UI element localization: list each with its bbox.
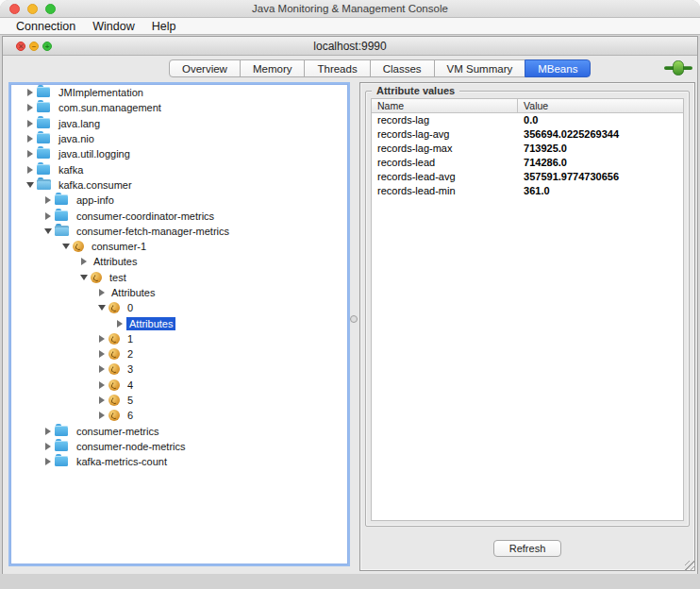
- tree-item-2[interactable]: 2: [11, 346, 347, 362]
- table-row[interactable]: records-lead-avg357591.9774730656: [372, 170, 683, 184]
- folder-icon: [55, 426, 70, 437]
- tree-item-kafka[interactable]: kafka: [11, 161, 347, 177]
- menu-help[interactable]: Help: [143, 20, 185, 33]
- tree-item-label: com.sun.management: [56, 101, 164, 114]
- tree-item-java-lang[interactable]: java.lang: [11, 116, 347, 131]
- chevron-down-icon[interactable]: [58, 244, 73, 249]
- cell-name: records-lead-min: [372, 184, 518, 198]
- resize-grip[interactable]: [685, 561, 695, 571]
- chevron-right-icon[interactable]: [41, 443, 55, 450]
- chevron-right-icon[interactable]: [94, 396, 108, 404]
- tree-item-label: 3: [125, 362, 136, 376]
- tree-item-app-info[interactable]: app-info: [11, 193, 347, 208]
- tree-item-label: 6: [125, 409, 136, 422]
- tree-item-label: app-info: [74, 194, 117, 207]
- chevron-right-icon[interactable]: [94, 350, 108, 358]
- tree-item-consumer-node-metrics[interactable]: consumer-node-metrics: [11, 439, 347, 454]
- column-header-name[interactable]: Name: [372, 99, 518, 112]
- refresh-button[interactable]: Refresh: [493, 540, 561, 557]
- tab-threads[interactable]: Threads: [304, 59, 370, 77]
- menu-window[interactable]: Window: [84, 20, 142, 33]
- tree-item-3[interactable]: 3: [11, 362, 347, 377]
- mbean-tree: JMImplementationcom.sun.managementjava.l…: [10, 84, 348, 564]
- chevron-right-icon[interactable]: [41, 212, 55, 220]
- chevron-right-icon[interactable]: [23, 135, 37, 143]
- tree-item-attributes[interactable]: Attributes: [11, 285, 347, 300]
- cell-name: records-lag-avg: [372, 127, 518, 142]
- tree-item-6[interactable]: 6: [11, 408, 347, 423]
- tree-item-label: 2: [125, 347, 136, 361]
- chevron-right-icon[interactable]: [23, 120, 37, 127]
- bean-icon: [108, 395, 121, 406]
- tab-row: OverviewMemoryThreadsClassesVM SummaryMB…: [3, 56, 697, 80]
- chevron-right-icon[interactable]: [112, 320, 126, 328]
- tree-item-consumer-fetch-manager-metrics[interactable]: consumer-fetch-manager-metrics: [11, 224, 347, 239]
- table-row[interactable]: records-lag-avg356694.0225269344: [372, 127, 683, 142]
- tree-item-label: consumer-node-metrics: [74, 440, 189, 453]
- chevron-right-icon[interactable]: [41, 428, 55, 435]
- chevron-down-icon[interactable]: [23, 182, 37, 188]
- tree-item-com-sun-management[interactable]: com.sun.management: [11, 100, 347, 115]
- chevron-right-icon[interactable]: [23, 166, 37, 174]
- chevron-down-icon[interactable]: [76, 275, 91, 280]
- bean-icon: [108, 363, 121, 375]
- bean-icon: [73, 241, 85, 252]
- tree-item-jmimplementation[interactable]: JMImplementation: [11, 85, 347, 100]
- table-row[interactable]: records-lag-max713925.0: [372, 142, 683, 156]
- tree-item-5[interactable]: 5: [11, 393, 347, 408]
- tab-memory[interactable]: Memory: [240, 59, 306, 77]
- folder-icon: [37, 133, 52, 144]
- menu-connection[interactable]: Connection: [8, 20, 84, 33]
- tree-item-label: consumer-1: [89, 240, 149, 253]
- tree-item-kafka-consumer[interactable]: kafka.consumer: [11, 177, 347, 193]
- tree-item-label: test: [107, 271, 129, 284]
- tree-item-4[interactable]: 4: [11, 378, 347, 393]
- tab-overview[interactable]: Overview: [169, 59, 241, 77]
- tree-item-label: java.util.logging: [56, 147, 133, 160]
- window-titlebar: Java Monitoring & Management Console: [0, 0, 700, 18]
- chevron-down-icon[interactable]: [94, 305, 108, 311]
- table-row[interactable]: records-lead714286.0: [372, 156, 683, 170]
- chevron-right-icon[interactable]: [94, 365, 108, 373]
- chevron-down-icon[interactable]: [41, 228, 55, 234]
- split-divider-handle[interactable]: [350, 315, 358, 323]
- chevron-right-icon[interactable]: [76, 258, 91, 265]
- tree-item-java-util-logging[interactable]: java.util.logging: [11, 146, 347, 161]
- chevron-right-icon[interactable]: [23, 150, 37, 158]
- cell-name: records-lag: [372, 113, 518, 127]
- tree-item-consumer-1[interactable]: consumer-1: [11, 239, 347, 254]
- tree-item-attributes[interactable]: Attributes: [11, 315, 347, 330]
- tree-item-label: 0: [125, 301, 136, 314]
- chevron-right-icon[interactable]: [23, 89, 37, 96]
- tree-item-label: 1: [125, 332, 136, 345]
- tree-item-label: 4: [125, 379, 136, 392]
- tree-item-consumer-coordinator-metrics[interactable]: consumer-coordinator-metrics: [11, 208, 347, 223]
- tree-item-java-nio[interactable]: java.nio: [11, 131, 347, 146]
- tree-item-test[interactable]: test: [11, 270, 347, 285]
- tree-item-attributes[interactable]: Attributes: [11, 254, 347, 269]
- menubar: ConnectionWindowHelp: [0, 18, 700, 35]
- chevron-right-icon[interactable]: [94, 412, 108, 419]
- chevron-right-icon[interactable]: [94, 335, 108, 343]
- tab-vm-summary[interactable]: VM Summary: [434, 59, 526, 77]
- tab-mbeans[interactable]: MBeans: [525, 59, 591, 77]
- bean-icon: [108, 333, 121, 345]
- window-title: Java Monitoring & Management Console: [0, 0, 700, 18]
- table-row[interactable]: records-lag0.0: [372, 113, 683, 127]
- tree-item-label: java.lang: [56, 117, 103, 130]
- table-row[interactable]: records-lead-min361.0: [372, 184, 683, 198]
- folder-icon: [37, 87, 52, 98]
- chevron-right-icon[interactable]: [94, 381, 108, 389]
- tab-classes[interactable]: Classes: [370, 59, 435, 77]
- chevron-right-icon[interactable]: [23, 104, 37, 111]
- tree-item-0[interactable]: 0: [11, 300, 347, 315]
- chevron-right-icon[interactable]: [94, 289, 108, 296]
- column-header-value[interactable]: Value: [518, 99, 683, 112]
- tree-item-consumer-metrics[interactable]: consumer-metrics: [11, 424, 347, 439]
- cell-value: 357591.9774730656: [518, 170, 683, 184]
- tree-item-1[interactable]: 1: [11, 331, 347, 346]
- chevron-right-icon[interactable]: [41, 458, 55, 465]
- tree-item-kafka-metrics-count[interactable]: kafka-metrics-count: [11, 454, 347, 469]
- chevron-right-icon[interactable]: [41, 196, 55, 204]
- tree-item-label: Attributes: [126, 317, 175, 330]
